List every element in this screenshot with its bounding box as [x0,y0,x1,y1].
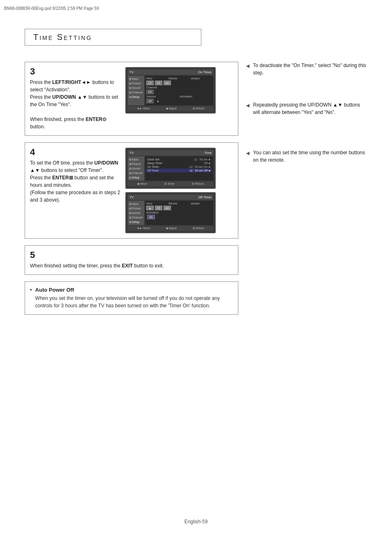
sidebar-setup-4a: Setup [129,175,143,180]
tv-screen-title-step4b: Off Timer [198,195,212,199]
tv-brand-4b: TV [129,195,134,199]
tv-row-vol-act: Volume Activation [146,95,212,98]
footer-adjust-4b: ◆ Adjust [166,227,177,230]
tv-row-vol-act-vals: 10 ▲ [146,99,212,103]
footer-move-4a: ◆ Move [137,182,147,186]
menu-clock-set: Clock Set 12 : 00 am ► [146,158,212,161]
setup-icon [129,96,131,98]
step3-number: 3 [30,67,120,76]
tv-footer-step4a: ◆ Move ⊞ Enter ⊞ Return [128,181,213,186]
menu-sleep-timer: Sleep Timer Off ► [146,161,212,165]
step4-block: 4 To set the Off time, press the UP/DOWN… [25,142,238,239]
footer-enter-4a: ⊞ Enter [164,182,175,186]
minute-value: 00 [155,81,162,85]
tv-screen-step3: TV On Timer Input [125,67,216,114]
notes-column: ◄ To deactivate the "On Timer," select "… [245,62,367,321]
sidebar-setup: Setup [129,95,143,99]
setup-icon-4b [129,221,131,223]
info-title: Auto Power Off [35,287,233,293]
channel-val: 03 [146,90,154,94]
footer-return-4b: ⊞ Return [193,227,205,230]
step5-text: When finished setting the timer, press t… [30,262,233,269]
tv-row-activation-val: No [146,215,212,219]
step4-text-area: 4 To set the Off time, press the UP/DOWN… [30,148,120,233]
main-content: 3 Press the LEFT/RIGHT◄► buttons to sele… [25,62,367,321]
step3-images: TV On Timer Input [125,67,233,130]
note2-text: Repeatedly pressing the UP/DOWN ▲▼ butto… [253,101,367,116]
step3-text-area: 3 Press the LEFT/RIGHT◄► buttons to sele… [30,67,120,130]
sound-icon [129,87,131,89]
tv-sidebar-step4b: Input Picture Sound [128,201,144,225]
page-label: English- [184,519,202,525]
activation-arrow: ▲ [157,100,159,102]
page-footer: English-59 [0,519,392,525]
tv-brand: TV [129,70,134,74]
note2: ◄ Repeatedly pressing the UP/DOWN ▲▼ but… [245,101,367,116]
tv-row-time-4b: ▲ 00 am [146,206,212,210]
activation-value: No [147,215,155,219]
input-icon-4a [129,158,131,161]
sidebar-input: Input [129,77,143,81]
file-info: BN68-00883R-00Eng.qxd 9/22/05 2:59 PM Pa… [4,6,99,11]
info-text: When you set the timer on, your televisi… [35,295,233,309]
hour-value: 12 [146,81,154,85]
tv-body-step3: Input Picture Sound [128,76,213,105]
hour-val-4b: ▲ [146,206,154,210]
tv-footer-step3: ◄► Move ◆ Adjust ⊞ Return [128,106,213,111]
sidebar-picture-4a: Picture [129,162,143,166]
info-inner: • Auto Power Off When you set the timer … [30,287,233,309]
tv-footer-step4b: ◄► Move ◆ Adjust ⊞ Return [128,226,213,231]
tv-screen-title-step4a: Time [205,151,212,155]
ampm-value: am [164,81,171,85]
input-icon [129,78,131,80]
tv-sidebar-step4a: Input Picture Sound [128,156,144,181]
note1-bullet: ◄ [245,62,251,77]
step4-images: TV Time Input [125,148,233,233]
tv-main-step3: Hour Minute am/pm 12 00 am [145,76,213,105]
setup-icon-4a [129,176,131,179]
step4-text: To set the Off time, press the UP/DOWN ▲… [30,159,120,204]
tv-body-step4a: Input Picture Sound [128,156,213,181]
footer-move-4b: ◄► Move [136,227,150,230]
note3-text: You can also set the time using the numb… [253,149,367,164]
tv-row-channel: Channel [146,86,212,89]
step5-block: 5 When finished setting the timer, press… [25,245,238,275]
tv-row-labels-4b: Hour Minute am/pm [146,202,212,205]
info-block: • Auto Power Off When you set the timer … [25,281,238,315]
channel-icon-4b [129,216,131,219]
sidebar-picture: Picture [129,81,143,86]
tv-header-step4a: TV Time [128,150,213,156]
tv-header-step3: TV On Timer [128,70,213,75]
note1-text: To deactivate the "On Timer," select "No… [253,62,367,77]
sidebar-channel-4a: Channel [129,171,143,175]
channel-icon [129,91,131,94]
sidebar-sound: Sound [129,86,143,90]
sidebar-setup-4b: Setup [129,220,143,224]
two-column-layout: 3 Press the LEFT/RIGHT◄► buttons to sele… [25,62,367,321]
page-number: 59 [202,519,208,525]
step3-text: Press the LEFT/RIGHT◄► buttons to select… [30,79,120,130]
sidebar-channel-4b: Channel [129,215,143,220]
page-title: Time Setting [33,33,193,42]
header-bar: BN68-00883R-00Eng.qxd 9/22/05 2:59 PM Pa… [4,4,388,12]
steps-column: 3 Press the LEFT/RIGHT◄► buttons to sele… [25,62,238,321]
footer-adjust: ◆ Adjust [166,107,177,110]
step3-inner: 3 Press the LEFT/RIGHT◄► buttons to sele… [30,67,233,130]
tv-row-labels: Hour Minute am/pm [146,77,212,80]
note2-bullet: ◄ [245,101,251,116]
sidebar-channel: Channel [129,90,143,95]
tv-screen-step4a: TV Time Input [125,148,216,189]
title-box: Time Setting [25,29,201,46]
sidebar-sound-4b: Sound [129,211,143,215]
tv-header-step4b: TV Off Timer [128,195,213,200]
sound-icon-4b [129,212,131,214]
tv-body-step4b: Input Picture Sound [128,201,213,225]
channel-icon-4a [129,172,131,174]
menu-off-timer: Off Timer 12 : 00 am Off ► [146,169,212,172]
picture-icon [129,82,131,85]
info-bullet: • [30,287,32,309]
tv-screen-title-step3: On Timer [198,70,212,74]
tv-main-step4a: Clock Set 12 : 00 am ► Sleep Timer Off ►… [145,156,213,181]
sidebar-input-4b: Input [129,202,143,206]
note3: ◄ You can also set the time using the nu… [245,149,367,164]
